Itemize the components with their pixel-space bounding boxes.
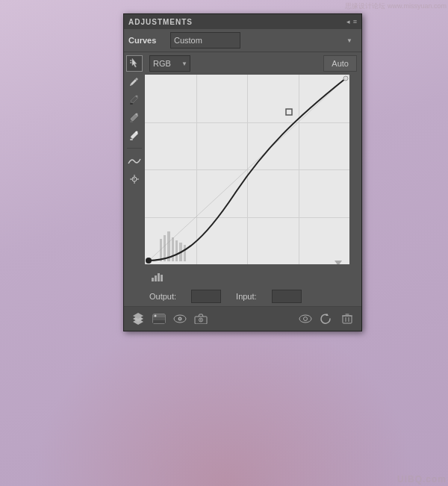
output-input-row: Output: Input: <box>145 287 361 306</box>
dropper-black-tool-button[interactable] <box>126 91 143 108</box>
adjustments-panel: ADJUSTMENTS ◂ ≡ Curves Custom Default St… <box>123 13 362 331</box>
svg-rect-15 <box>160 239 162 261</box>
pointer-tool-button[interactable] <box>126 55 143 72</box>
bottom-right-tools <box>296 310 357 328</box>
curves-graph[interactable] <box>145 75 349 264</box>
auto-button[interactable]: Auto <box>323 55 357 72</box>
layers-button[interactable] <box>128 310 148 328</box>
grid-h-3 <box>145 217 349 218</box>
svg-rect-32 <box>153 317 165 320</box>
graph-icon-row <box>145 267 361 287</box>
reset-button[interactable] <box>317 310 336 328</box>
panel-title: ADJUSTMENTS <box>128 18 193 26</box>
star-tool-button[interactable]: * <box>126 171 143 187</box>
svg-rect-42 <box>343 316 352 323</box>
grid-v-1 <box>196 75 197 264</box>
panel-content: * RGB Red Green Blue ▼ Auto <box>124 52 361 306</box>
svg-text:*: * <box>133 177 135 182</box>
svg-point-2 <box>136 96 138 98</box>
svg-point-23 <box>146 258 152 264</box>
panel-collapse-button[interactable]: ◂ <box>346 19 350 25</box>
svg-point-6 <box>136 131 138 134</box>
svg-point-36 <box>179 318 181 320</box>
svg-rect-7 <box>130 139 133 140</box>
output-label: Output: <box>149 292 176 301</box>
bottom-toolbar <box>124 306 361 331</box>
pencil-tool-button[interactable] <box>126 73 143 90</box>
grid-v-3 <box>299 75 299 264</box>
dropper-gray-tool-button[interactable] <box>126 109 143 125</box>
svg-rect-21 <box>184 245 186 261</box>
channel-select-wrapper: RGB Red Green Blue ▼ <box>149 55 190 72</box>
svg-rect-20 <box>179 243 182 261</box>
svg-rect-17 <box>167 231 170 261</box>
delete-button[interactable] <box>337 310 357 328</box>
output-value-field[interactable] <box>191 290 221 303</box>
svg-rect-16 <box>164 235 166 261</box>
svg-point-40 <box>299 315 311 323</box>
layers-panel-button[interactable] <box>149 310 169 328</box>
grid-h-1 <box>145 122 349 123</box>
svg-rect-33 <box>153 320 165 323</box>
left-toolbar: * <box>124 52 145 306</box>
preset-select-arrow: ▼ <box>346 37 352 44</box>
dropper-white-tool-button[interactable] <box>126 127 143 143</box>
svg-point-4 <box>136 113 138 116</box>
grid-h-2 <box>145 169 349 170</box>
watermark-bottom: UiBQ.com <box>397 474 447 485</box>
histogram-icon-button[interactable] <box>149 269 166 285</box>
panel-controls: ◂ ≡ <box>346 19 357 25</box>
curves-label: Curves <box>128 36 166 45</box>
toolbar-separator <box>127 148 142 149</box>
curves-graph-container <box>145 75 361 267</box>
watermark-top: 思缘设计论坛 www.missyuan.com <box>345 1 447 11</box>
main-area: RGB Red Green Blue ▼ Auto <box>145 52 361 306</box>
svg-rect-28 <box>161 275 163 281</box>
eye-button[interactable] <box>170 310 190 328</box>
svg-point-31 <box>155 315 157 317</box>
svg-line-14 <box>145 75 349 264</box>
panel-menu-button[interactable]: ≡ <box>353 19 357 25</box>
panel-titlebar: ADJUSTMENTS ◂ ≡ <box>124 14 361 29</box>
camera-button[interactable] <box>191 310 211 328</box>
svg-rect-27 <box>158 273 160 281</box>
svg-point-39 <box>200 320 202 321</box>
curves-header: Curves Custom Default Strong Contrast Li… <box>124 29 361 52</box>
preset-select-wrapper: Custom Default Strong Contrast Linear Co… <box>170 32 357 49</box>
input-value-field[interactable] <box>272 290 302 303</box>
channel-row: RGB Red Green Blue ▼ Auto <box>145 52 361 75</box>
svg-rect-3 <box>130 103 133 105</box>
graph-triangle-marker <box>335 261 342 264</box>
svg-rect-22 <box>286 109 292 115</box>
svg-rect-5 <box>130 121 133 122</box>
svg-point-24 <box>343 76 348 81</box>
bottom-left-tools <box>128 310 211 328</box>
svg-rect-26 <box>155 275 157 281</box>
svg-rect-25 <box>152 278 154 281</box>
svg-rect-19 <box>175 240 178 261</box>
svg-point-41 <box>304 317 308 321</box>
svg-rect-18 <box>172 237 174 261</box>
wave-tool-button[interactable] <box>126 153 143 169</box>
curves-svg <box>145 75 349 264</box>
toggle-visibility-button[interactable] <box>296 310 315 328</box>
grid-v-2 <box>247 75 248 264</box>
input-label: Input: <box>236 292 257 301</box>
graph-grid <box>145 75 349 264</box>
channel-select[interactable]: RGB Red Green Blue <box>149 55 190 72</box>
preset-select[interactable]: Custom Default Strong Contrast Linear Co… <box>170 32 240 49</box>
